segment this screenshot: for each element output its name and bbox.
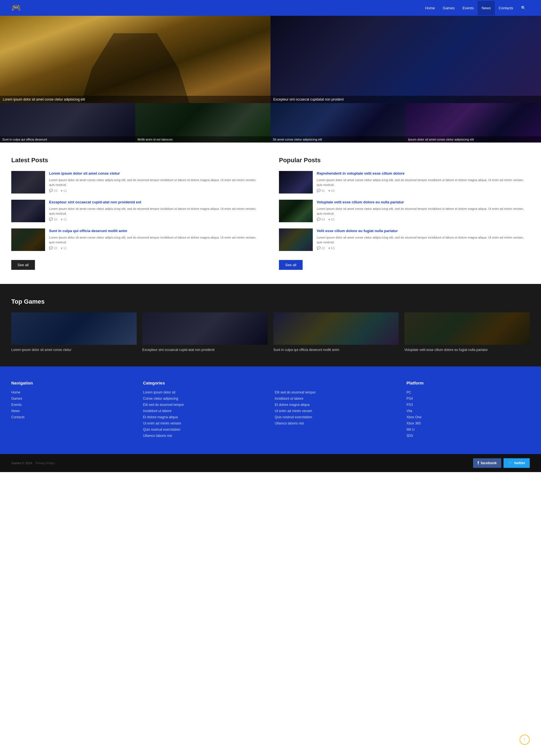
popular-posts: Popular Posts Reprehenderit in voluptate… xyxy=(279,157,530,270)
footer-plat-x360[interactable]: Xbox 360 xyxy=(407,421,530,425)
pop-thumb-1[interactable] xyxy=(279,171,313,193)
footer-cat2-4[interactable]: Quis nostrud exercitation xyxy=(275,415,398,419)
footer-cat2-5[interactable]: Ullamco laboris nisi xyxy=(275,421,398,425)
pop-excerpt-1: Lorem ipsum dolor sit amet conse ctetur … xyxy=(317,178,530,187)
footer-plat-ps4[interactable]: PS4 xyxy=(407,397,530,401)
footer-copy-area: Games © 2014. Privacy Policy xyxy=(11,461,55,465)
pop-title-1[interactable]: Reprehenderit in voluptate velit esse ci… xyxy=(317,171,530,176)
footer-cat-3[interactable]: Incididunt ut labore xyxy=(143,409,267,413)
nav-home[interactable]: Home xyxy=(421,1,439,15)
footer-platform: Platform PC PS4 PS3 Vita Xbox One Xbox 3… xyxy=(407,381,530,440)
game-card-3[interactable]: Sunt in culpa qui officia deserunt molli… xyxy=(273,312,399,352)
post-title-3[interactable]: Sunt in culpa qui officia deserunt molli… xyxy=(49,228,262,233)
post-content-1: Lorem ipsum dolor sit amet conse ctetur … xyxy=(49,171,262,192)
search-icon[interactable]: 🔍 xyxy=(517,1,530,15)
footer-cat-0[interactable]: Lorem ipsum dolor sit xyxy=(143,390,267,394)
social-buttons: f facebook 🐦 twitter xyxy=(473,458,530,468)
post-meta-3: 💬 22 ♥ 11 xyxy=(49,246,262,250)
footer-cat-4[interactable]: Et dolore magna aliqua xyxy=(143,415,267,419)
pop-title-3[interactable]: Velit esse cillum dolore eu fugiat nulla… xyxy=(317,228,530,233)
logo[interactable]: 🎮 xyxy=(11,4,21,12)
footer-nav-home[interactable]: Home xyxy=(11,390,135,394)
footer-cat-2[interactable]: Elit sed do eiusmod tempor xyxy=(143,403,267,407)
footer-cat2-3[interactable]: Ut enim ad minim venam xyxy=(275,409,398,413)
pop-thumb-3[interactable] xyxy=(279,228,313,251)
footer-plat-3ds[interactable]: 3DS xyxy=(407,434,530,438)
pop-meta-1: 💬 61 ♥ 63 xyxy=(317,189,530,192)
footer-plat-wiiu[interactable]: Wii U xyxy=(407,428,530,432)
hero-item-2[interactable]: Excepteur sint occaecat cupidatat non pr… xyxy=(270,16,541,103)
post-meta-1: 💬 23 ♥ 11 xyxy=(49,189,262,192)
footer-privacy-link[interactable]: Privacy Policy xyxy=(36,461,55,465)
footer-plat-xbone[interactable]: Xbox One xyxy=(407,415,530,419)
popular-see-all-button[interactable]: See all xyxy=(279,260,302,270)
facebook-icon: f xyxy=(478,461,479,466)
pop-likes-2: ♥ 52 xyxy=(328,217,334,221)
nav-events[interactable]: Events xyxy=(458,1,478,15)
twitter-label: twitter xyxy=(514,461,525,465)
footer-copyright: Games © 2014. xyxy=(11,461,33,465)
hero-item-1[interactable]: Lorem ipsum dolor sit amet conse ctetur … xyxy=(0,16,270,103)
footer-cat-6[interactable]: Quis nostrud exercitation xyxy=(143,428,267,432)
post-excerpt-3: Lorem ipsum dolor sit amet conse ctetur … xyxy=(49,235,262,244)
post-excerpt-2: Lorem ipsum dolor sit amet conse ctetur … xyxy=(49,206,262,216)
post-thumb-1[interactable] xyxy=(11,171,45,193)
facebook-label: facebook xyxy=(481,461,497,465)
hero-item-5[interactable]: Sit amet conse ctetur adipisicing elit xyxy=(270,103,406,143)
popular-post-2: Voluptate velit esse cillum dolore eu nu… xyxy=(279,200,530,222)
hero-grid: Lorem ipsum dolor sit amet conse ctetur … xyxy=(0,16,541,143)
pop-excerpt-3: Lorem ipsum dolor sit amet conse ctetur … xyxy=(317,235,530,244)
post-title-1[interactable]: Lorem ipsum dolor sit amet conse ctetur xyxy=(49,171,262,176)
pop-thumb-2[interactable] xyxy=(279,200,313,222)
footer-categories-title: Categories xyxy=(143,381,267,385)
nav-contacts[interactable]: Contacts xyxy=(495,1,517,15)
post-content-3: Sunt in culpa qui officia deserunt molli… xyxy=(49,228,262,250)
footer-nav-events[interactable]: Events xyxy=(11,403,135,407)
game-thumb-4 xyxy=(404,312,530,345)
footer-plat-pc[interactable]: PC xyxy=(407,390,530,394)
pop-content-3: Velit esse cillum dolore eu fugiat nulla… xyxy=(317,228,530,250)
latest-see-all-button[interactable]: See all xyxy=(11,260,35,270)
hero-caption-4: Mollit anim id est laborum. xyxy=(135,136,270,143)
footer-cat-5[interactable]: Ut enim ad minim veniam xyxy=(143,421,267,425)
game-card-2[interactable]: Excepteur sint occaecat cupid-atat non p… xyxy=(142,312,268,352)
hero-item-6[interactable]: Ipsum dolor sit amet conse ctetur adipis… xyxy=(406,103,541,143)
nav-games[interactable]: Games xyxy=(439,1,459,15)
game-thumb-2 xyxy=(142,312,268,345)
latest-posts-title: Latest Posts xyxy=(11,157,262,164)
game-caption-1: Lorem ipsum dolor sit amet conse ctetur xyxy=(11,348,137,352)
post-thumb-2[interactable] xyxy=(11,200,45,222)
post-thumb-3[interactable] xyxy=(11,228,45,251)
nav-news[interactable]: News xyxy=(478,1,495,15)
footer-plat-vita[interactable]: Vita xyxy=(407,409,530,413)
footer-categories2: . Elit sed do eiusmod tempor Incididunt … xyxy=(275,381,398,440)
footer-main: Navigation Home Games Events News Contac… xyxy=(0,366,541,454)
facebook-button[interactable]: f facebook xyxy=(473,458,501,468)
post-title-2[interactable]: Excepteur sint occaecat cupid-atat non p… xyxy=(49,200,262,205)
footer-cat2-0[interactable]: Elit sed do eiusmod tempor xyxy=(275,390,398,394)
footer-nav-games[interactable]: Games xyxy=(11,397,135,401)
pop-title-2[interactable]: Voluptate velit esse cillum dolore eu nu… xyxy=(317,200,530,205)
post-likes-2: ♥ 11 xyxy=(61,217,67,221)
footer-platform-title: Platform xyxy=(407,381,530,385)
footer-cat-7[interactable]: Ullamco laboris nisi xyxy=(143,434,267,438)
twitter-icon: 🐦 xyxy=(508,461,513,465)
footer-plat-ps3[interactable]: PS3 xyxy=(407,403,530,407)
game-card-1[interactable]: Lorem ipsum dolor sit amet conse ctetur xyxy=(11,312,137,352)
pop-content-2: Voluptate velit esse cillum dolore eu nu… xyxy=(317,200,530,221)
hero-caption-1: Lorem ipsum dolor sit amet conse ctetur … xyxy=(0,96,270,103)
footer-cat-1[interactable]: Conse ctetur adipiscing xyxy=(143,397,267,401)
game-card-4[interactable]: Voluptate velit esse cillum dolore eu fu… xyxy=(404,312,530,352)
hero-item-3[interactable]: Sunt in culpa qui officia deserunt xyxy=(0,103,135,143)
hero-item-4[interactable]: Mollit anim id est laborum. xyxy=(135,103,270,143)
post-likes-3: ♥ 11 xyxy=(61,246,67,250)
main-nav: Home Games Events News Contacts 🔍 xyxy=(421,1,530,15)
post-meta-2: 💬 33 ♥ 11 xyxy=(49,217,262,221)
footer-cat2-2[interactable]: Et dolore magna aliqua xyxy=(275,403,398,407)
pop-comments-1: 💬 61 xyxy=(317,189,325,192)
footer-cat2-1[interactable]: Incididunt ut labore xyxy=(275,397,398,401)
post-content-2: Excepteur sint occaecat cupid-atat non p… xyxy=(49,200,262,221)
twitter-button[interactable]: 🐦 twitter xyxy=(504,458,530,468)
footer-nav-news[interactable]: News xyxy=(11,409,135,413)
footer-nav-contacts[interactable]: Contacts xyxy=(11,415,135,419)
